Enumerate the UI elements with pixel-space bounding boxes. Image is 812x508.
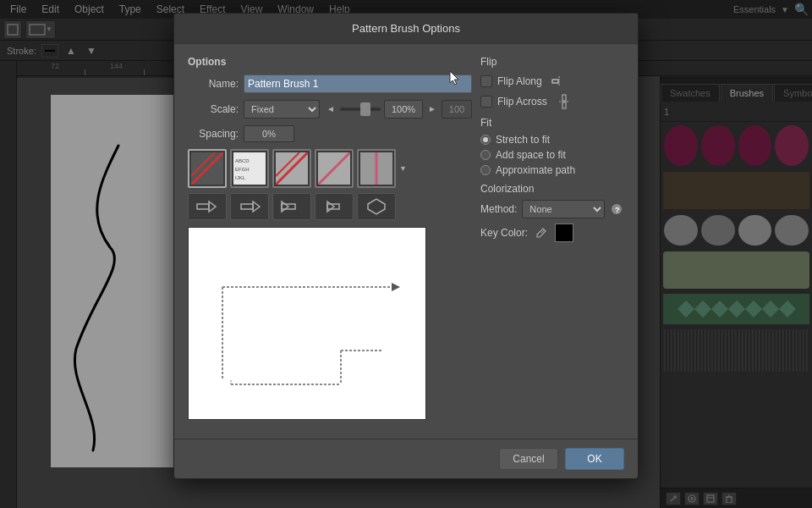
colorization-section: Colorization Method: None ? — [480, 183, 624, 242]
fit-addspace-label: Add space to fit — [496, 149, 566, 161]
dialog-footer: Cancel OK — [174, 439, 638, 478]
dialog-title: Pattern Brush Options — [174, 14, 638, 44]
svg-text:ABCD: ABCD — [235, 158, 250, 163]
flip-across-icon — [556, 93, 573, 110]
colorization-title: Colorization — [480, 183, 624, 195]
scale-row: Scale: Fixed ◄ 100% ► — [188, 100, 472, 119]
tile-icon-2[interactable]: ABCD EFGH IJKL — [230, 149, 269, 188]
ok-button[interactable]: OK — [565, 448, 624, 470]
fit-stretch-row: Stretch to fit — [480, 134, 624, 146]
key-color-swatch[interactable] — [555, 224, 573, 242]
svg-marker-39 — [368, 199, 385, 214]
scale-arrow-right[interactable]: ► — [426, 103, 438, 115]
flip-along-label: Flip Along — [497, 75, 542, 87]
arrow-icon-1[interactable] — [188, 193, 227, 220]
flip-section: Flip Flip Along — [480, 56, 624, 110]
scale-type-select[interactable]: Fixed — [244, 100, 320, 119]
svg-rect-31 — [197, 204, 209, 209]
flip-along-icon — [551, 73, 568, 90]
scale-slider[interactable] — [340, 100, 381, 119]
preview-area — [188, 227, 426, 420]
method-label: Method: — [480, 203, 517, 215]
svg-marker-34 — [253, 202, 260, 212]
dialog-body: Options Name: Scale: Fixed ◄ — [174, 44, 638, 439]
method-row: Method: None ? — [480, 200, 624, 218]
scale-label: Scale: — [188, 103, 239, 115]
fit-title: Fit — [480, 117, 624, 129]
tile-dropdown-icon[interactable]: ▼ — [399, 149, 413, 188]
fit-approx-radio[interactable] — [480, 165, 491, 175]
spacing-value: 0% — [244, 125, 294, 142]
svg-marker-38 — [327, 202, 334, 212]
svg-rect-33 — [241, 204, 253, 209]
arrow-row — [188, 193, 472, 220]
tile-icon-4[interactable] — [315, 149, 354, 188]
svg-marker-32 — [209, 202, 216, 212]
svg-marker-36 — [282, 202, 288, 212]
key-color-label: Key Color: — [480, 227, 528, 239]
scale-arrow-left[interactable]: ◄ — [325, 103, 337, 115]
key-color-row: Key Color: — [480, 224, 624, 242]
svg-rect-51 — [562, 102, 566, 108]
svg-marker-41 — [392, 283, 400, 291]
options-label: Options — [188, 56, 472, 68]
arrow-icon-5[interactable] — [357, 193, 396, 220]
colorization-help-icon[interactable]: ? — [610, 202, 624, 217]
name-row: Name: — [188, 75, 472, 93]
flip-along-row: Flip Along — [480, 73, 624, 90]
fit-stretch-radio[interactable] — [480, 135, 491, 145]
fit-approx-row: Approximate path — [480, 164, 624, 176]
dialog-right: Flip Flip Along — [480, 56, 624, 427]
fit-approx-label: Approximate path — [496, 164, 575, 176]
flip-across-checkbox[interactable] — [480, 96, 492, 108]
flip-title: Flip — [480, 56, 624, 68]
svg-rect-50 — [562, 95, 566, 101]
preview-svg — [189, 228, 426, 420]
name-input[interactable] — [244, 75, 472, 93]
flip-across-label: Flip Across — [497, 96, 547, 108]
arrow-icon-3[interactable] — [272, 193, 311, 220]
scale-percent-value: 100% — [384, 100, 423, 119]
tile-row: ABCD EFGH IJKL — [188, 149, 472, 188]
svg-text:EFGH: EFGH — [235, 167, 250, 172]
svg-rect-48 — [552, 80, 558, 83]
svg-line-55 — [541, 230, 544, 233]
modal-overlay: Pattern Brush Options Options Name: Scal… — [0, 0, 812, 508]
fit-stretch-label: Stretch to fit — [496, 134, 550, 146]
eyedropper-icon[interactable] — [533, 224, 550, 241]
method-select[interactable]: None — [522, 200, 604, 218]
scale-value-2: 100 — [442, 100, 472, 119]
fit-section: Fit Stretch to fit Add space to fit Appr… — [480, 117, 624, 176]
spacing-label: Spacing: — [188, 128, 239, 140]
spacing-row: Spacing: 0% — [188, 125, 472, 142]
name-label: Name: — [188, 78, 239, 90]
tile-icon-5[interactable] — [357, 149, 396, 188]
dialog-left: Options Name: Scale: Fixed ◄ — [188, 56, 472, 427]
tile-icon-1[interactable] — [188, 149, 227, 188]
tile-icon-3[interactable] — [272, 149, 311, 188]
dialog: Pattern Brush Options Options Name: Scal… — [173, 13, 639, 479]
flip-across-row: Flip Across — [480, 93, 624, 110]
flip-along-checkbox[interactable] — [480, 75, 492, 87]
fit-addspace-radio[interactable] — [480, 150, 491, 160]
svg-text:?: ? — [615, 206, 620, 214]
fit-addspace-row: Add space to fit — [480, 149, 624, 161]
cancel-button[interactable]: Cancel — [499, 448, 558, 470]
arrow-icon-4[interactable] — [315, 193, 354, 220]
svg-text:IJKL: IJKL — [235, 175, 246, 180]
arrow-icon-2[interactable] — [230, 193, 269, 220]
